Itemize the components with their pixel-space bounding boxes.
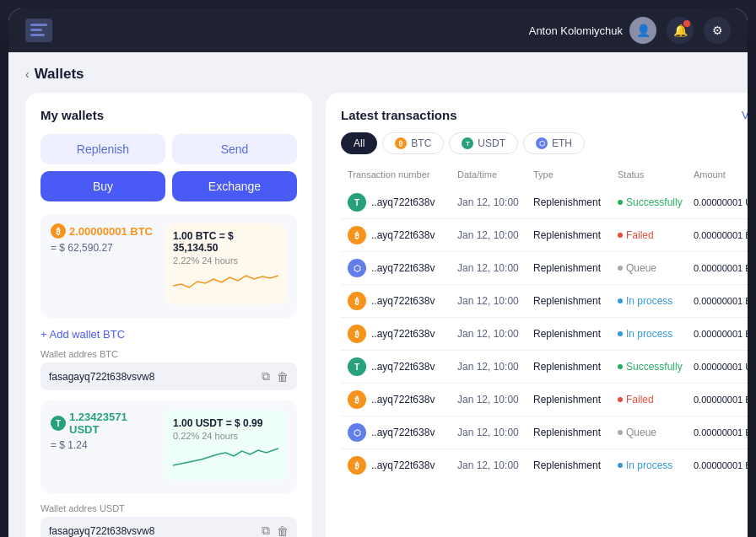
exchange-button[interactable]: Exchange <box>172 171 297 201</box>
filter-tab-eth[interactable]: ⬡ ETH <box>523 132 585 154</box>
usdt-change: 0.22% 24 hours <box>173 431 278 441</box>
status-dot-5 <box>618 364 623 369</box>
buy-button[interactable]: Buy <box>40 171 165 201</box>
breadcrumb: ‹ Wallets <box>25 66 731 83</box>
status-dot-4 <box>618 331 623 336</box>
table-row[interactable]: ⬡ ..ayq722t638v Jan 12, 10:00 Replenishm… <box>341 252 748 285</box>
delete-usdt-icon[interactable]: 🗑 <box>277 524 289 538</box>
tx-date-7: Jan 12, 10:00 <box>457 427 533 438</box>
table-row[interactable]: ₿ ..ayq722t638v Jan 12, 10:00 Replenishm… <box>341 318 748 351</box>
filter-tabs: All ₿ BTC T USDT ⬡ ETH <box>341 132 748 154</box>
tx-type-8: Replenishment <box>533 459 618 471</box>
tx-number-1: ₿ ..ayq722t638v <box>348 226 457 244</box>
svg-rect-0 <box>30 24 47 26</box>
tx-coin-icon-1: ₿ <box>348 226 366 244</box>
action-buttons: Replenish Send Buy Exchange <box>40 134 297 201</box>
usdt-amount: T 1.23423571 USDT <box>51 411 156 436</box>
btc-usd-value: = $ 62,590.27 <box>51 242 156 254</box>
table-row[interactable]: ₿ ..ayq722t638v Jan 12, 10:00 Replenishm… <box>341 449 748 481</box>
usdt-icon: T <box>51 416 66 431</box>
tx-date-1: Jan 12, 10:00 <box>457 229 533 241</box>
btc-amount: ₿ 2.00000001 BTC <box>51 223 156 239</box>
tx-status-1: Failed <box>618 229 694 241</box>
action-row-top: Replenish Send <box>40 134 297 164</box>
usdt-rate: 1.00 USDT = $ 0.99 <box>173 417 278 429</box>
app-window: Anton Kolomiychuk 👤 🔔 ⚙ ‹ Wallets My wal… <box>8 8 748 537</box>
status-dot-1 <box>618 233 623 238</box>
status-dot-2 <box>618 266 623 271</box>
status-dot-6 <box>618 397 623 402</box>
table-row[interactable]: ₿ ..ayq722t638v Jan 12, 10:00 Replenishm… <box>341 285 748 318</box>
usdt-address-label: Wallet addres USDT <box>40 503 297 513</box>
tx-status-4: In process <box>618 328 694 340</box>
btc-address-label: Wallet addres BTC <box>40 349 297 359</box>
svg-rect-1 <box>30 29 42 31</box>
copy-usdt-icon[interactable]: ⧉ <box>262 524 270 537</box>
wallets-title: My wallets <box>40 108 297 122</box>
wallet-card-usdt: T 1.23423571 USDT = $ 1.24 1.00 USDT = $… <box>40 400 297 493</box>
main-content: ‹ Wallets My wallets Replenish Send Buy … <box>8 52 748 537</box>
col-status: Status <box>618 169 694 180</box>
tx-number-6: ₿ ..ayq722t638v <box>348 390 457 409</box>
filter-tab-btc[interactable]: ₿ BTC <box>382 132 444 154</box>
transactions-title: Latest transactions <box>341 108 457 122</box>
avatar: 👤 <box>629 17 656 44</box>
wallet-card-top-usdt: T 1.23423571 USDT = $ 1.24 1.00 USDT = $… <box>51 411 287 480</box>
tx-coin-icon-3: ₿ <box>348 292 366 310</box>
btc-address-input: fasagayq722t638vsvw8 ⧉ 🗑 <box>40 362 297 390</box>
usdt-address-text: fasagayq722t638vsvw8 <box>49 525 255 537</box>
table-row[interactable]: ₿ ..ayq722t638v Jan 12, 10:00 Replenishm… <box>341 219 748 252</box>
tx-status-8: In process <box>618 459 694 471</box>
tx-amount-7: 0.00000001 ETH <box>694 427 748 438</box>
add-wallet-btc[interactable]: + Add wallet BTC <box>40 328 297 341</box>
tx-status-7: Queue <box>618 427 694 438</box>
tx-type-5: Replenishment <box>533 361 618 373</box>
send-button[interactable]: Send <box>172 134 297 164</box>
filter-tab-usdt[interactable]: T USDT <box>449 132 518 154</box>
table-header: Transaction number Data/time Type Status… <box>341 166 748 183</box>
tx-number-0: T ..ayq722t638v <box>348 193 457 212</box>
tx-type-3: Replenishment <box>533 295 618 307</box>
tx-status-6: Failed <box>618 394 694 405</box>
table-row[interactable]: ₿ ..ayq722t638v Jan 12, 10:00 Replenishm… <box>341 384 748 416</box>
view-all-button[interactable]: View all › <box>742 109 748 121</box>
tx-number-2: ⬡ ..ayq722t638v <box>348 259 457 277</box>
tx-coin-icon-6: ₿ <box>348 390 366 409</box>
back-button[interactable]: ‹ <box>25 67 30 81</box>
tx-amount-4: 0.00000001 BTC <box>694 329 748 339</box>
status-dot-7 <box>618 430 623 435</box>
btc-icon: ₿ <box>51 223 66 239</box>
notifications-button[interactable]: 🔔 <box>667 17 694 44</box>
tx-coin-icon-2: ⬡ <box>348 259 366 277</box>
nav-right: Anton Kolomiychuk 👤 🔔 ⚙ <box>529 17 731 44</box>
tx-number-7: ⬡ ..ayq722t638v <box>348 423 457 442</box>
tx-status-5: Successfully <box>618 361 694 373</box>
tx-status-0: Successfully <box>618 196 694 208</box>
wallet-card-btc: ₿ 2.00000001 BTC = $ 62,590.27 1.00 BTC … <box>40 213 297 318</box>
tx-date-4: Jan 12, 10:00 <box>457 328 533 340</box>
settings-button[interactable]: ⚙ <box>704 17 731 44</box>
table-row[interactable]: T ..ayq722t638v Jan 12, 10:00 Replenishm… <box>341 351 748 384</box>
table-row[interactable]: ⬡ ..ayq722t638v Jan 12, 10:00 Replenishm… <box>341 416 748 449</box>
usdt-address-input: fasagayq722t638vsvw8 ⧉ 🗑 <box>40 517 297 537</box>
tx-type-0: Replenishment <box>533 196 618 208</box>
col-tx-number: Transaction number <box>348 169 457 180</box>
tx-date-5: Jan 12, 10:00 <box>457 361 533 373</box>
col-date: Data/time <box>457 169 533 180</box>
btc-filter-icon: ₿ <box>395 137 407 149</box>
tx-amount-0: 0.00000001 USDT <box>694 197 748 207</box>
tx-number-8: ₿ ..ayq722t638v <box>348 456 457 475</box>
copy-btc-icon[interactable]: ⧉ <box>262 369 270 384</box>
wallet-right-usdt: 1.00 USDT = $ 0.99 0.22% 24 hours <box>165 411 287 480</box>
table-row[interactable]: T ..ayq722t638v Jan 12, 10:00 Replenishm… <box>341 186 748 219</box>
tx-date-8: Jan 12, 10:00 <box>457 459 533 471</box>
action-row-bottom: Buy Exchange <box>40 171 297 201</box>
tx-coin-icon-8: ₿ <box>348 456 366 475</box>
eth-filter-icon: ⬡ <box>536 137 548 149</box>
col-amount: Amount <box>694 169 748 180</box>
notification-dot <box>683 20 690 27</box>
replenish-button[interactable]: Replenish <box>40 134 165 164</box>
delete-btc-icon[interactable]: 🗑 <box>277 370 289 384</box>
filter-tab-all[interactable]: All <box>341 132 377 154</box>
status-dot-0 <box>618 200 623 205</box>
